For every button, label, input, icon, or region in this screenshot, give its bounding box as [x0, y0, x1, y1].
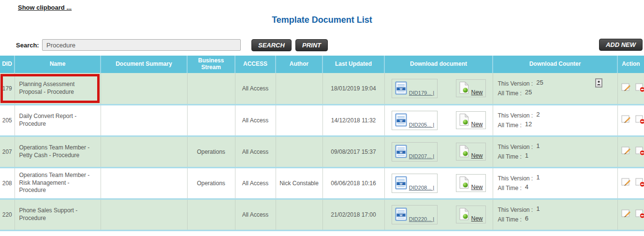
document-table: DID Name Document Summary Business Strea…	[0, 56, 644, 231]
delete-icon[interactable]	[635, 177, 644, 189]
name-cell: Planning Assessment Proposal - Procedure	[15, 73, 101, 104]
action-cell	[617, 199, 644, 230]
download-counter-cell: This Version :1 All Time :4	[493, 167, 617, 199]
action-cell	[617, 167, 644, 199]
access-cell: All Access	[235, 136, 276, 167]
new-document-icon[interactable]	[459, 89, 471, 96]
all-time-label: All Time :	[498, 90, 522, 97]
new-document-icon[interactable]	[459, 152, 471, 159]
show-clipboard-link[interactable]: Show clipboard ...	[18, 4, 72, 11]
download-counter-cell: This Version :25 All Time :25	[493, 73, 617, 104]
edit-icon[interactable]	[621, 83, 631, 94]
document-summary-cell	[101, 167, 187, 199]
header-access: ACCESS	[235, 56, 276, 73]
delete-icon[interactable]	[635, 209, 644, 220]
document-download-link[interactable]: DID220... |	[409, 216, 434, 222]
edit-icon[interactable]	[621, 209, 631, 220]
new-document-icon[interactable]	[459, 215, 471, 222]
table-row: 208 Operations Team Member - Risk Manage…	[0, 167, 644, 199]
svg-text:W: W	[399, 118, 402, 122]
last-updated-cell: 14/12/2018 11:32	[322, 104, 384, 136]
author-cell	[276, 199, 322, 230]
upload-new-version-link[interactable]: New	[471, 184, 483, 191]
word-document-icon[interactable]: W	[395, 184, 409, 191]
header-download-document: Download document	[384, 56, 493, 73]
this-version-value: 25	[536, 79, 543, 86]
download-document-cell: W DID207... | New	[384, 136, 493, 167]
business-stream-cell: Operations	[187, 136, 235, 167]
all-time-value: 1	[525, 152, 528, 159]
access-cell: All Access	[235, 167, 276, 199]
document-download-box: W DID207... |	[392, 142, 438, 162]
delete-icon[interactable]	[635, 83, 644, 94]
this-version-label: This Version :	[498, 80, 533, 87]
header-document-summary: Document Summary	[101, 56, 187, 73]
did-cell: 205	[0, 104, 15, 136]
word-document-icon[interactable]: W	[395, 153, 409, 160]
document-download-link[interactable]: DID207... |	[409, 153, 434, 159]
this-version-label: This Version :	[498, 112, 533, 119]
header-business-stream: Business Stream	[187, 56, 235, 73]
header-did: DID	[0, 56, 15, 73]
upload-new-version-link[interactable]: New	[471, 152, 483, 159]
word-document-icon[interactable]: W	[395, 121, 409, 128]
author-cell	[276, 73, 322, 104]
document-download-box: W DID179... |	[392, 79, 438, 98]
action-cell	[617, 136, 644, 167]
this-version-value: 1	[536, 142, 540, 149]
upload-new-version-link[interactable]: New	[471, 215, 483, 222]
table-header-row: DID Name Document Summary Business Strea…	[0, 56, 644, 73]
delete-icon[interactable]	[635, 146, 644, 157]
did-cell: 208	[0, 167, 15, 199]
search-button[interactable]: SEARCH	[251, 39, 292, 51]
header-name: Name	[15, 56, 101, 73]
this-version-label: This Version :	[498, 144, 533, 150]
table-row: 205 Daily Convert Report - Procedure All…	[0, 104, 644, 136]
last-updated-cell: 06/06/2018 10:16	[322, 167, 384, 199]
svg-text:W: W	[399, 213, 402, 216]
upload-new-version-link[interactable]: New	[471, 89, 483, 96]
delete-icon[interactable]	[635, 115, 644, 126]
document-download-box: W DID220... |	[392, 205, 438, 224]
document-download-link[interactable]: DID205... |	[409, 122, 434, 128]
access-cell: All Access	[235, 199, 276, 230]
header-download-counter: Download Counter	[493, 56, 617, 73]
action-cell	[617, 73, 644, 104]
table-row: 179 Planning Assessment Proposal - Proce…	[0, 73, 644, 104]
search-input[interactable]	[42, 39, 241, 51]
name-cell: Phone Sales Support - Procedure	[15, 199, 101, 230]
svg-text:W: W	[399, 150, 402, 153]
name-cell: Operations Team Member - Risk Management…	[15, 167, 101, 199]
this-version-value: 2	[536, 111, 540, 118]
template-document-list-page: Show clipboard ... Template Document Lis…	[0, 0, 644, 236]
word-document-icon[interactable]: W	[395, 89, 409, 96]
new-version-box: New	[456, 111, 485, 129]
author-cell: Nick Constable	[276, 167, 322, 199]
document-download-box: W DID208... |	[392, 174, 438, 193]
edit-icon[interactable]	[621, 115, 631, 126]
print-button[interactable]: PRINT	[295, 39, 328, 51]
all-time-label: All Time :	[498, 185, 522, 192]
name-cell: Operations Team Member - Petty Cash - Pr…	[15, 136, 101, 167]
new-document-icon[interactable]	[459, 121, 471, 128]
download-counter-cell: This Version :1 All Time :1	[493, 136, 617, 167]
new-version-box: New	[456, 206, 485, 223]
download-document-cell: W DID220... | New	[384, 199, 493, 230]
document-summary-cell	[101, 73, 187, 104]
word-document-icon[interactable]: W	[395, 216, 409, 222]
user-badge-icon[interactable]	[595, 78, 602, 88]
table-body: 179 Planning Assessment Proposal - Proce…	[0, 73, 644, 230]
new-version-box: New	[456, 79, 485, 97]
action-cell	[617, 104, 644, 136]
svg-text:W: W	[399, 181, 402, 185]
add-new-button[interactable]: ADD NEW	[599, 39, 643, 51]
edit-icon[interactable]	[621, 146, 631, 157]
last-updated-cell: 18/01/2019 19:04	[322, 73, 384, 104]
new-document-icon[interactable]	[459, 184, 471, 191]
document-download-link[interactable]: DID208... |	[409, 185, 434, 191]
document-download-link[interactable]: DID179... |	[409, 90, 434, 96]
edit-icon[interactable]	[621, 177, 631, 189]
all-time-label: All Time :	[498, 122, 522, 129]
upload-new-version-link[interactable]: New	[471, 121, 483, 128]
name-cell: Daily Convert Report - Procedure	[15, 104, 101, 136]
